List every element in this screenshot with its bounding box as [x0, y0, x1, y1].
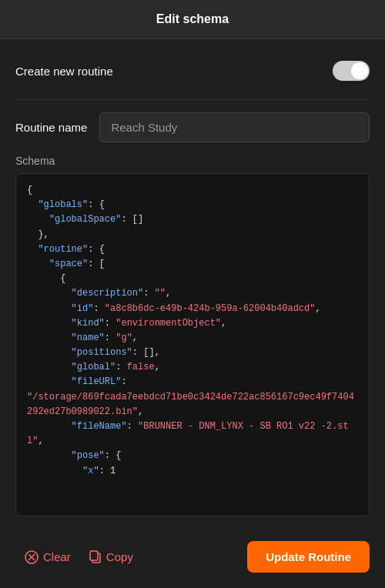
toggle-knob — [351, 62, 368, 79]
update-routine-button[interactable]: Update Routine — [247, 541, 370, 573]
clear-label: Clear — [43, 550, 71, 563]
copy-icon — [89, 550, 102, 564]
clear-icon — [25, 550, 38, 564]
modal-body: Create new routine Routine name Schema {… — [0, 39, 385, 532]
modal-title: Edit schema — [156, 12, 229, 25]
footer-right: Update Routine — [247, 541, 370, 573]
clear-button[interactable]: Clear — [15, 544, 80, 570]
create-routine-row: Create new routine — [15, 55, 370, 87]
modal-footer: Clear Copy Update Routine — [0, 532, 385, 588]
schema-editor[interactable]: { "globals": { "globalSpace": [] }, "rou… — [15, 173, 370, 516]
footer-left: Clear Copy — [15, 544, 142, 570]
copy-button[interactable]: Copy — [80, 544, 142, 570]
create-routine-toggle[interactable] — [333, 61, 370, 81]
routine-name-row: Routine name — [15, 112, 370, 142]
svg-rect-4 — [90, 551, 98, 560]
modal-header: Edit schema — [0, 0, 385, 39]
edit-schema-modal: Edit schema Create new routine Routine n… — [0, 0, 385, 588]
copy-label: Copy — [106, 550, 133, 563]
divider-1 — [15, 99, 370, 100]
routine-name-input[interactable] — [99, 112, 370, 142]
create-routine-label: Create new routine — [15, 65, 113, 78]
routine-name-label: Routine name — [15, 121, 87, 134]
schema-label: Schema — [15, 155, 370, 167]
schema-code: { "globals": { "globalSpace": [] }, "rou… — [27, 183, 358, 479]
schema-section: Schema { "globals": { "globalSpace": [] … — [15, 155, 370, 516]
